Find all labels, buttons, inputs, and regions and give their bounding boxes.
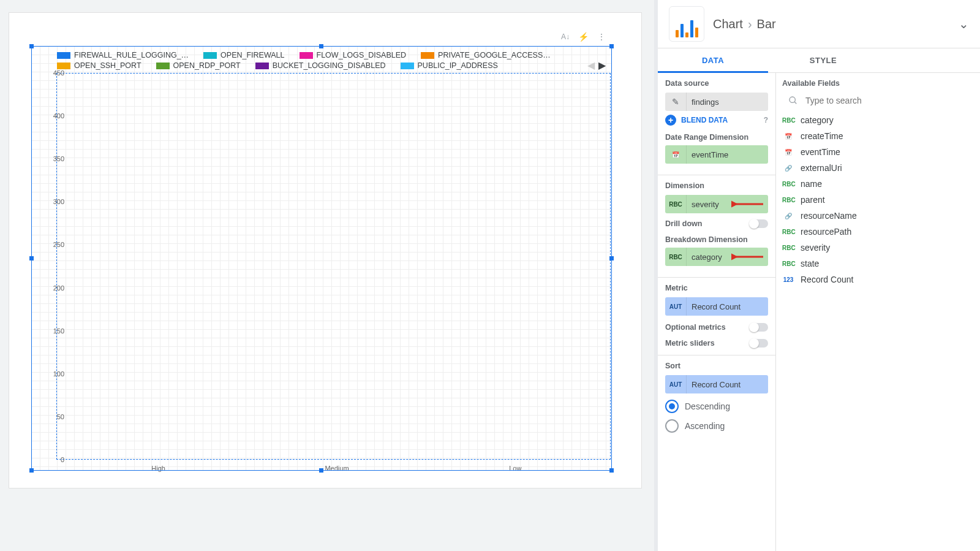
type-icon: RBC [782,181,794,188]
sect-drilldown: Drill down [665,219,702,228]
field-parent[interactable]: RBCparent [776,192,980,208]
sect-sliders: Metric sliders [665,339,715,348]
pencil-icon: ✎ [665,93,687,111]
field-state[interactable]: RBCstate [776,256,980,272]
type-icon: 📅 [782,133,794,140]
sect-sort: Sort [665,362,768,370]
sort-chip[interactable]: AUT Record Count [665,375,768,393]
sect-dimension: Dimension [665,181,768,190]
sect-data-source: Data source [665,79,768,88]
kebab-icon[interactable]: ⋮ [597,32,606,42]
sect-breakdown: Breakdown Dimension [665,235,768,244]
data-source-chip[interactable]: ✎ findings [665,93,768,111]
breadcrumb: Chart › Bar [713,17,776,31]
field-resourceName[interactable]: 🔗resourceName [776,208,980,224]
type-icon: 123 [782,276,794,283]
chevron-right-icon: › [748,17,752,31]
plus-icon: + [665,115,676,126]
field-severity[interactable]: RBCseverity [776,240,980,256]
panel-tabs: DATA STYLE [658,48,980,73]
abc-icon: RBC [665,248,687,266]
type-icon: RBC [782,260,794,267]
search-icon [788,96,798,105]
fields-header: Available Fields [782,79,974,88]
annotation-arrow [731,200,764,208]
abc-icon: RBC [665,195,687,213]
breakdown-chip[interactable]: RBC category [665,248,768,266]
type-icon: RBC [782,245,794,251]
blend-data-button[interactable]: + BLEND DATA ? [665,115,768,126]
sliders-toggle[interactable] [750,339,768,348]
aut-icon: AUT [665,297,687,316]
bar-chart-icon [669,6,704,42]
chart-card[interactable]: A↓ ⚡ ⋮ FIREWALL_RULE_LOGGING_…OPEN_FIREW… [9,12,642,488]
tab-data[interactable]: DATA [658,48,768,73]
type-icon: 🔗 [782,213,794,219]
panel-header: Chart › Bar ⌄ [658,0,980,48]
type-icon: 🔗 [782,165,794,172]
field-externalUri[interactable]: 🔗externalUri [776,160,980,176]
aut-icon: AUT [665,375,687,393]
type-icon: RBC [782,229,794,235]
crumb-bar[interactable]: Bar [757,17,776,31]
sort-asc-radio[interactable]: Ascending [665,419,768,433]
chart-toolbar: A↓ ⚡ ⋮ [561,32,606,42]
data-config: Data source ✎ findings + BLEND DATA ? Da… [658,73,776,551]
field-name[interactable]: RBCname [776,176,980,192]
field-createTime[interactable]: 📅createTime [776,128,980,144]
drilldown-toggle[interactable] [750,219,768,228]
type-icon: 📅 [782,149,794,156]
type-icon: RBC [782,117,794,124]
bolt-icon[interactable]: ⚡ [578,32,589,42]
selection-box[interactable] [31,46,612,471]
calendar-icon: 📅 [665,145,687,164]
sort-desc-radio[interactable]: Descending [665,400,768,413]
help-icon[interactable]: ? [764,116,768,124]
fields-pane: Available Fields RBCcategory📅createTime📅… [776,73,980,551]
field-search[interactable] [782,91,974,110]
field-Record Count[interactable]: 123Record Count [776,272,980,287]
annotation-arrow [731,253,764,261]
sect-opt-metrics: Optional metrics [665,323,726,332]
tab-style[interactable]: STYLE [768,48,878,73]
field-resourcePath[interactable]: RBCresourcePath [776,224,980,240]
field-search-input[interactable] [804,95,968,106]
crumb-chart[interactable]: Chart [713,17,743,31]
field-category[interactable]: RBCcategory [776,112,980,128]
sort-az-icon[interactable]: A↓ [561,32,570,41]
collapse-panel-icon[interactable]: ⌄ [959,17,969,31]
field-eventTime[interactable]: 📅eventTime [776,144,980,160]
report-canvas[interactable]: A↓ ⚡ ⋮ FIREWALL_RULE_LOGGING_…OPEN_FIREW… [0,0,654,551]
metric-chip[interactable]: AUT Record Count [665,297,768,316]
sect-metric: Metric [665,284,768,292]
svg-point-2 [790,97,795,102]
dimension-chip[interactable]: RBC severity [665,195,768,213]
sect-date-range: Date Range Dimension [665,133,768,142]
date-range-chip[interactable]: 📅 eventTime [665,145,768,164]
svg-line-3 [794,102,796,104]
type-icon: RBC [782,197,794,203]
config-panel: Chart › Bar ⌄ DATA STYLE Data source ✎ f… [654,0,980,551]
opt-metrics-toggle[interactable] [750,323,768,332]
